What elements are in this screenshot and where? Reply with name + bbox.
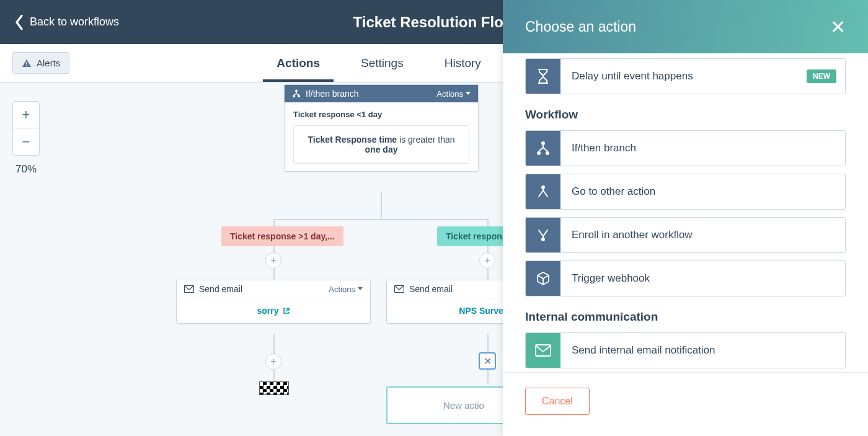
panel-footer: Cancel: [503, 372, 868, 436]
panel-title: Choose an action: [525, 19, 636, 35]
panel-header: Choose an action ✕: [503, 0, 868, 53]
action-label: Send internal email notification: [560, 344, 845, 357]
zoom-in-button[interactable]: +: [12, 101, 40, 128]
email-actions-menu[interactable]: Actions: [329, 285, 363, 294]
section-workflow: Workflow: [525, 108, 846, 122]
send-email-node-left[interactable]: Send email Actions sorry: [176, 280, 371, 324]
zoom-level: 70%: [16, 163, 37, 176]
send-email-header: Send email Actions: [177, 280, 370, 298]
email-template-link[interactable]: NPS Survey: [459, 306, 508, 316]
email-template-link[interactable]: sorry: [257, 306, 290, 316]
tabs: Actions Settings History: [274, 45, 483, 81]
mail-icon: [526, 333, 560, 368]
workflow-title: Ticket Resolution Flow: [353, 14, 515, 31]
back-label: Back to workflows: [30, 16, 119, 29]
tab-history[interactable]: History: [442, 45, 484, 81]
svg-point-8: [537, 151, 541, 155]
alerts-label: Alerts: [37, 58, 60, 68]
action-label: Trigger webhook: [560, 272, 845, 285]
chevron-left-icon: [15, 15, 24, 30]
external-link-icon: [283, 307, 290, 314]
caret-down-icon: [466, 92, 471, 96]
panel-body[interactable]: Delay until event happens NEW Workflow I…: [503, 53, 868, 372]
choose-action-panel: Choose an action ✕ Delay until event hap…: [503, 0, 868, 436]
connector: [273, 219, 489, 220]
branch-node-header: If/then branch Actions: [285, 85, 478, 102]
svg-point-7: [541, 141, 545, 145]
hourglass-icon: [526, 59, 560, 94]
zoom-controls: + − 70%: [12, 101, 40, 176]
branch-label-left[interactable]: Ticket response >1 day,...: [221, 226, 343, 246]
svg-point-3: [293, 95, 295, 97]
action-trigger-webhook[interactable]: Trigger webhook: [525, 260, 846, 296]
finish-marker: [259, 381, 289, 395]
branch-node[interactable]: If/then branch Actions Ticket response <…: [284, 84, 479, 172]
action-label: Enroll in another workflow: [560, 229, 845, 241]
branch-icon: [526, 131, 560, 166]
svg-point-9: [546, 151, 549, 155]
action-enroll-workflow[interactable]: Enroll in another workflow: [525, 217, 846, 253]
branch-type-label: If/then branch: [306, 89, 359, 99]
back-to-workflows-link[interactable]: Back to workflows: [15, 15, 119, 30]
action-label: Go to other action: [560, 185, 845, 198]
action-go-to-other[interactable]: Go to other action: [525, 174, 846, 210]
svg-rect-12: [536, 345, 551, 356]
section-internal: Internal communication: [525, 310, 846, 324]
new-badge: NEW: [807, 69, 836, 83]
connector: [381, 191, 382, 219]
branch-condition-box: Ticket Response time is greater than one…: [293, 125, 469, 164]
action-label: If/then branch: [560, 142, 845, 154]
node-type-label: Send email: [409, 284, 453, 294]
remove-step-button[interactable]: ✕: [479, 352, 496, 370]
mail-icon: [394, 285, 404, 293]
action-if-then-branch[interactable]: If/then branch: [525, 130, 846, 166]
mail-icon: [184, 285, 194, 293]
cube-icon: [526, 261, 560, 296]
svg-rect-1: [26, 65, 27, 66]
tab-actions[interactable]: Actions: [274, 45, 322, 81]
add-step-button[interactable]: +: [479, 252, 495, 269]
merge-icon: [526, 174, 560, 209]
zoom-out-button[interactable]: −: [12, 128, 40, 156]
branch-subhead: Ticket response <1 day: [293, 110, 469, 119]
svg-point-4: [298, 95, 300, 97]
add-step-button[interactable]: +: [265, 354, 281, 370]
caret-down-icon: [358, 287, 363, 291]
action-delay-until-event[interactable]: Delay until event happens NEW: [525, 58, 846, 94]
action-internal-email[interactable]: Send internal email notification: [525, 332, 846, 368]
add-step-button[interactable]: +: [265, 252, 281, 269]
node-type-label: Send email: [199, 284, 242, 294]
svg-rect-0: [26, 62, 27, 65]
close-icon[interactable]: ✕: [830, 16, 846, 38]
tab-settings[interactable]: Settings: [358, 45, 406, 81]
svg-point-2: [295, 90, 298, 92]
alerts-button[interactable]: Alerts: [12, 52, 69, 74]
branch-actions-menu[interactable]: Actions: [436, 89, 471, 99]
alert-icon: [22, 59, 32, 68]
cancel-button[interactable]: Cancel: [525, 388, 590, 415]
branch-icon: [292, 89, 301, 98]
enroll-icon: [526, 218, 560, 252]
action-label: Delay until event happens: [560, 70, 807, 82]
